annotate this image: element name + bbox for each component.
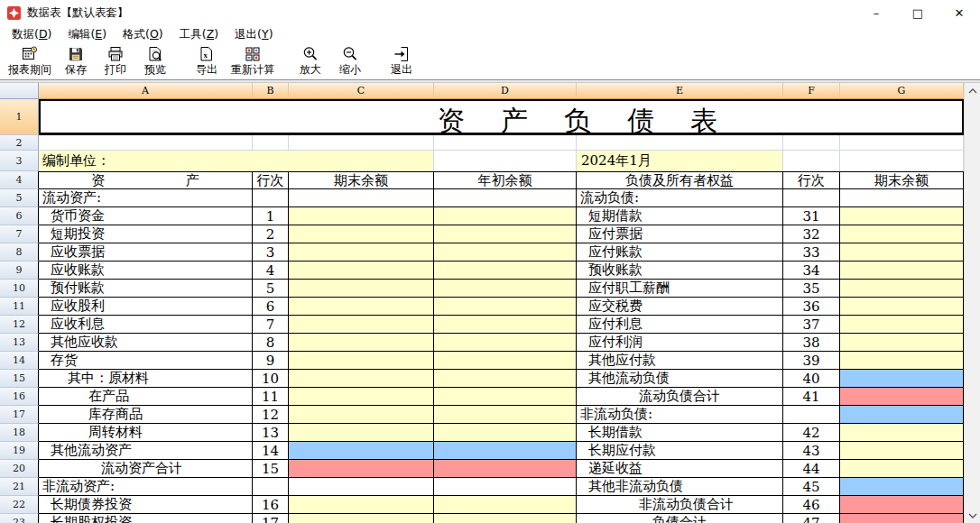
- cell-asset-lineno-16[interactable]: 11: [253, 388, 289, 406]
- cell-asset-beginning-19[interactable]: [434, 442, 577, 460]
- cell-liability-label-12[interactable]: 应付利息: [577, 316, 783, 334]
- cell-asset-lineno-9[interactable]: 4: [253, 262, 289, 280]
- cell-asset-ending-11[interactable]: [289, 298, 434, 316]
- cell-liability-label-11[interactable]: 应交税费: [577, 298, 783, 316]
- row-header-22[interactable]: 22: [0, 496, 39, 514]
- cell-asset-beginning-14[interactable]: [434, 352, 577, 370]
- cell-asset-label-10[interactable]: 预付账款: [39, 280, 253, 298]
- cell-liability-ending-8[interactable]: [840, 243, 964, 262]
- cell-asset-lineno-12[interactable]: 7: [253, 316, 289, 334]
- cell-liability-label-23[interactable]: 负债合计: [577, 514, 783, 523]
- cell-asset-lineno-17[interactable]: 12: [253, 406, 289, 424]
- cell-asset-lineno-7[interactable]: 2: [253, 225, 289, 243]
- cell-asset-label-14[interactable]: 存货: [39, 352, 253, 370]
- minimize-button[interactable]: –: [855, 0, 897, 25]
- cell-asset-label-12[interactable]: 应收利息: [39, 316, 253, 334]
- cell-asset-lineno-13[interactable]: 8: [253, 334, 289, 352]
- cell-asset-label-17[interactable]: 库存商品: [39, 406, 253, 424]
- cell-liability-lineno-18[interactable]: 42: [783, 424, 840, 442]
- cell-asset-ending-8[interactable]: [289, 243, 434, 262]
- cell-asset-ending-16[interactable]: [289, 388, 434, 406]
- cell-asset-lineno-19[interactable]: 14: [253, 442, 289, 460]
- cell-liability-label-20[interactable]: 递延收益: [577, 460, 783, 478]
- row-header-1[interactable]: 1: [0, 99, 39, 135]
- row-header-2[interactable]: 2: [0, 135, 39, 151]
- cell-liability-lineno-6[interactable]: 31: [783, 207, 840, 225]
- cell-asset-ending-14[interactable]: [289, 352, 434, 370]
- cell-liability-label-10[interactable]: 应付职工薪酬: [577, 280, 783, 298]
- column-header-A[interactable]: A: [39, 83, 253, 99]
- cell-liability-label-13[interactable]: 应付利润: [577, 334, 783, 352]
- scroll-up-button[interactable]: [965, 83, 980, 98]
- period-cell[interactable]: 2024年1月: [577, 151, 783, 171]
- cell-asset-ending-20[interactable]: [289, 460, 434, 478]
- cell-asset-label-11[interactable]: 应收股利: [39, 298, 253, 316]
- row-header-10[interactable]: 10: [0, 280, 39, 298]
- cell-g3[interactable]: [840, 151, 964, 171]
- cell-asset-label-13[interactable]: 其他应收款: [39, 334, 253, 352]
- toolbar-report-period-button[interactable]: 报表期间: [4, 44, 56, 77]
- column-header-G[interactable]: G: [840, 83, 964, 99]
- cell-asset-label-16[interactable]: 在产品: [39, 388, 253, 406]
- row-header-15[interactable]: 15: [0, 370, 39, 388]
- header-beginning-balance[interactable]: 年初余额: [434, 171, 577, 189]
- cell-asset-label-9[interactable]: 应收账款: [39, 262, 253, 280]
- cell-liability-lineno-5[interactable]: [783, 189, 840, 207]
- cell-asset-label-7[interactable]: 短期投资: [39, 225, 253, 243]
- cell-liability-lineno-9[interactable]: 34: [783, 262, 840, 280]
- cell-liability-ending-15[interactable]: [840, 370, 964, 388]
- cell-asset-lineno-8[interactable]: 3: [253, 243, 289, 262]
- cell-liability-label-6[interactable]: 短期借款: [577, 207, 783, 225]
- toolbar-export-button[interactable]: x导出: [187, 44, 227, 77]
- cell-asset-label-19[interactable]: 其他流动资产: [39, 442, 253, 460]
- header-liabilities-equity[interactable]: 负债及所有者权益: [577, 171, 783, 189]
- cell-liability-lineno-15[interactable]: 40: [783, 370, 840, 388]
- cell-asset-beginning-10[interactable]: [434, 280, 577, 298]
- cell-asset-beginning-17[interactable]: [434, 406, 577, 424]
- cell-liability-label-15[interactable]: 其他流动负债: [577, 370, 783, 388]
- cell-liability-ending-6[interactable]: [840, 207, 964, 225]
- cell-asset-beginning-20[interactable]: [434, 460, 577, 478]
- cell-asset-lineno-14[interactable]: 9: [253, 352, 289, 370]
- cell-liability-ending-18[interactable]: [840, 424, 964, 442]
- cell-asset-label-6[interactable]: 货币资金: [39, 207, 253, 225]
- row-header-8[interactable]: 8: [0, 243, 39, 262]
- cell-liability-ending-12[interactable]: [840, 316, 964, 334]
- cell-a2[interactable]: [39, 135, 253, 151]
- cell-asset-ending-17[interactable]: [289, 406, 434, 424]
- row-header-13[interactable]: 13: [0, 334, 39, 352]
- cell-liability-lineno-19[interactable]: 43: [783, 442, 840, 460]
- cell-asset-lineno-10[interactable]: 5: [253, 280, 289, 298]
- cell-liability-ending-14[interactable]: [840, 352, 964, 370]
- cell-asset-label-18[interactable]: 周转材料: [39, 424, 253, 442]
- cell-asset-lineno-6[interactable]: 1: [253, 207, 289, 225]
- cell-asset-label-5[interactable]: 流动资产:: [39, 189, 253, 207]
- cell-asset-beginning-8[interactable]: [434, 243, 577, 262]
- cell-d3[interactable]: [434, 151, 577, 171]
- cell-liability-lineno-21[interactable]: 45: [783, 478, 840, 496]
- cell-asset-lineno-18[interactable]: 13: [253, 424, 289, 442]
- close-button[interactable]: ✕: [938, 0, 980, 25]
- cell-liability-lineno-17[interactable]: [783, 406, 840, 424]
- header-line-no[interactable]: 行次: [253, 171, 289, 189]
- menu-E[interactable]: 编辑(E): [60, 25, 115, 44]
- cell-liability-ending-16[interactable]: [840, 388, 964, 406]
- menu-Y[interactable]: 退出(Y): [227, 25, 281, 44]
- row-header-11[interactable]: 11: [0, 298, 39, 316]
- row-header-4[interactable]: 4: [0, 171, 39, 189]
- cell-c2[interactable]: [289, 135, 434, 151]
- cell-asset-beginning-23[interactable]: [434, 514, 577, 523]
- cell-liability-ending-19[interactable]: [840, 442, 964, 460]
- cell-liability-lineno-20[interactable]: 44: [783, 460, 840, 478]
- cell-asset-beginning-9[interactable]: [434, 262, 577, 280]
- cell-asset-beginning-11[interactable]: [434, 298, 577, 316]
- column-header-B[interactable]: B: [253, 83, 289, 99]
- vertical-scrollbar[interactable]: [964, 83, 980, 523]
- cell-liability-label-18[interactable]: 长期借款: [577, 424, 783, 442]
- cell-liability-label-8[interactable]: 应付账款: [577, 243, 783, 262]
- menu-Z[interactable]: 工具(Z): [171, 25, 227, 44]
- column-header-E[interactable]: E: [577, 83, 783, 99]
- row-header-9[interactable]: 9: [0, 262, 39, 280]
- cell-liability-ending-23[interactable]: [840, 514, 964, 523]
- cell-asset-lineno-15[interactable]: 10: [253, 370, 289, 388]
